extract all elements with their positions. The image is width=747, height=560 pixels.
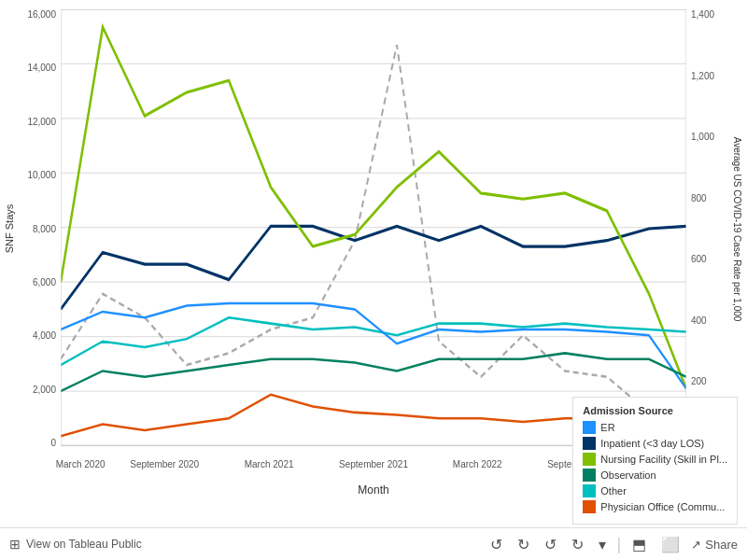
chart-container: SNF Stays 16,000 14,000 12,000 10,000 8,… xyxy=(0,0,747,560)
legend-label-observation: Observation xyxy=(600,469,655,481)
forward-button[interactable]: ↻ xyxy=(568,534,587,555)
legend-item-er: ER xyxy=(583,421,727,434)
x-label-mar2021: March 2021 xyxy=(245,459,294,469)
y-label-12000: 12,000 xyxy=(27,117,56,127)
fullscreen-button[interactable]: ⬜ xyxy=(657,534,684,555)
y-right-800: 800 xyxy=(691,193,707,203)
legend-label-physician: Physician Office (Commu... xyxy=(600,501,725,512)
y-label-16000: 16,000 xyxy=(27,9,56,20)
legend-item-observation: Observation xyxy=(583,469,727,482)
y-label-14000: 14,000 xyxy=(27,63,56,73)
y-label-0: 0 xyxy=(50,438,56,448)
legend-item-inpatient: Inpatient (<3 day LOS) xyxy=(583,437,727,450)
toolbar-left: ⊞ View on Tableau Public xyxy=(9,537,475,552)
download-button[interactable]: ⬒ xyxy=(628,534,650,555)
legend-color-inpatient xyxy=(583,437,596,450)
legend-color-other xyxy=(583,484,596,497)
y-label-8000: 8,000 xyxy=(33,224,56,234)
view-on-tableau-label: View on Tableau Public xyxy=(26,538,142,551)
x-label-mar2020: March 2020 xyxy=(56,459,106,469)
legend: Admission Source ER Inpatient (<3 day LO… xyxy=(572,397,738,525)
tableau-icon: ⊞ xyxy=(9,537,21,552)
legend-item-other: Other xyxy=(583,484,727,497)
legend-color-er xyxy=(583,421,596,434)
redo-button[interactable]: ↻ xyxy=(514,534,533,555)
share-label: Share xyxy=(705,538,738,552)
y-label-10000: 10,000 xyxy=(27,170,56,180)
y-right-1400: 1,400 xyxy=(691,9,714,20)
toolbar-divider: | xyxy=(617,535,622,554)
y-label-6000: 6,000 xyxy=(33,277,56,287)
chart-svg xyxy=(61,9,686,448)
y-axis-left: 16,000 14,000 12,000 10,000 8,000 6,000 … xyxy=(0,9,61,448)
x-label-sep2021: September 2021 xyxy=(339,459,408,469)
legend-color-observation xyxy=(583,469,596,482)
legend-title: Admission Source xyxy=(583,405,727,416)
share-button[interactable]: ↗ Share xyxy=(691,538,738,552)
y-label-4000: 4,000 xyxy=(33,330,56,341)
y-right-600: 600 xyxy=(691,254,707,264)
y-label-2000: 2,000 xyxy=(33,385,56,395)
legend-item-nursing: Nursing Facility (Skill in Pl... xyxy=(583,453,727,466)
y-right-1200: 1,200 xyxy=(691,71,714,81)
y-right-200: 200 xyxy=(691,376,707,386)
chart-area xyxy=(61,9,686,448)
legend-color-physician xyxy=(583,500,596,513)
legend-item-physician: Physician Office (Commu... xyxy=(583,500,727,513)
legend-label-er: ER xyxy=(600,422,614,433)
legend-label-nursing: Nursing Facility (Skill in Pl... xyxy=(600,454,727,465)
view-on-tableau-link[interactable]: View on Tableau Public xyxy=(26,538,142,551)
legend-label-other: Other xyxy=(600,485,627,497)
x-label-sep2020: September 2020 xyxy=(130,459,199,469)
x-axis-title: Month xyxy=(358,483,388,497)
y-right-1000: 1,000 xyxy=(691,132,714,142)
y-right-400: 400 xyxy=(691,315,707,326)
share-icon: ↗ xyxy=(691,538,701,552)
y-axis-right-title: Average US COVID-19 Case Rate per 1,000 xyxy=(733,136,743,321)
more-button[interactable]: ▾ xyxy=(595,534,610,555)
toolbar-right: ↺ ↻ ↺ ↻ ▾ | ⬒ ⬜ ↗ Share xyxy=(486,534,738,555)
toolbar: ⊞ View on Tableau Public ↺ ↻ ↺ ↻ ▾ | ⬒ ⬜… xyxy=(0,527,747,560)
legend-label-inpatient: Inpatient (<3 day LOS) xyxy=(600,438,704,449)
back-button[interactable]: ↺ xyxy=(541,534,560,555)
x-label-mar2022: March 2022 xyxy=(453,459,502,469)
legend-color-nursing xyxy=(583,453,596,466)
undo-button[interactable]: ↺ xyxy=(486,534,506,555)
